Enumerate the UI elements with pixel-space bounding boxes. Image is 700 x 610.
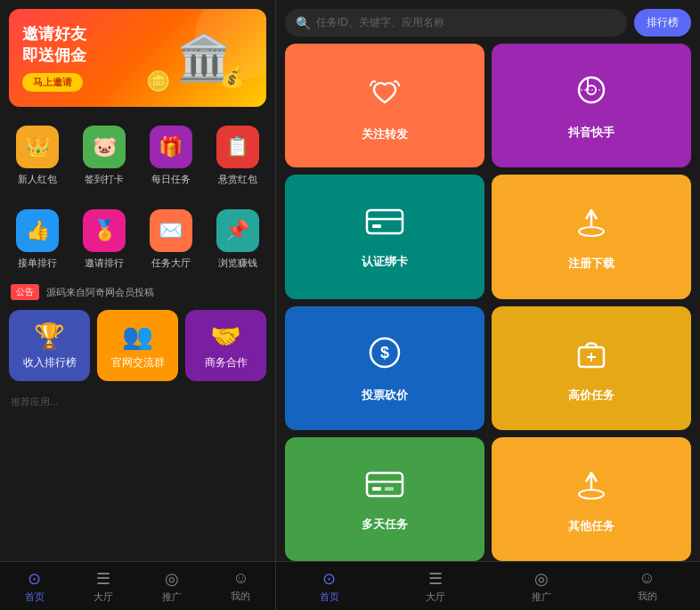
search-icon: 🔍 (296, 16, 311, 30)
cat-multiday[interactable]: 多天任务 (285, 437, 484, 561)
nav-mine-right[interactable]: ☺ 我的 (594, 565, 700, 607)
rank-button[interactable]: 排行榜 (634, 9, 691, 37)
svg-rect-15 (385, 487, 394, 491)
cat-follow[interactable]: 关注转发 (285, 44, 484, 167)
renwu-label: 任务大厅 (151, 256, 191, 270)
mine-icon-left: ☺ (232, 569, 248, 588)
meiri-icon-box: 🎁 (150, 126, 192, 168)
cat-register-label: 注册下载 (568, 256, 615, 272)
icon-grid-row1: 👑 新人红包 🐷 签到打卡 🎁 每日任务 📋 悬赏红包 (0, 114, 275, 198)
xuanshang-icon-box: 📋 (216, 126, 259, 168)
svg-rect-14 (372, 487, 381, 491)
icon-xuanshang[interactable]: 📋 悬赏红包 (204, 118, 271, 193)
cat-highpay[interactable]: 高价任务 (492, 306, 691, 430)
thumbsup-icon: 👍 (26, 219, 50, 242)
nav-promote-label-right: 推广 (532, 590, 551, 604)
notice-tag: 公告 (11, 284, 39, 300)
nav-mine-label-left: 我的 (231, 590, 250, 603)
hall-icon-right: ☰ (428, 569, 443, 589)
category-grid: 关注转发 抖音快手 认证绑卡 (276, 44, 700, 561)
bottom-nav-right: ⊙ 首页 ☰ 大厅 ◎ 推广 ☺ 我的 (276, 561, 700, 610)
vote-icon: $ (365, 333, 404, 380)
jiedan-label: 接单排行 (18, 256, 57, 270)
cat-auth[interactable]: 认证绑卡 (285, 175, 484, 298)
icon-liulan[interactable]: 📌 浏览赚钱 (204, 202, 271, 277)
yaoqing-icon-box: 🏅 (83, 209, 126, 252)
truncated-area: 推荐应用... (0, 388, 275, 415)
qiandao-label: 签到打卡 (85, 173, 124, 186)
register-icon (572, 201, 611, 248)
nav-home-right[interactable]: ⊙ 首页 (276, 565, 382, 608)
banner[interactable]: 邀请好友 即送佣金 马上邀请 🏛️ 🪙 💰 (9, 9, 266, 107)
svg-rect-3 (367, 210, 403, 233)
liulan-icon-box: 📌 (216, 209, 259, 252)
xinren-label: 新人红包 (18, 173, 57, 186)
icon-renwu[interactable]: ✉️ 任务大厅 (138, 202, 205, 277)
icon-qiandao[interactable]: 🐷 签到打卡 (71, 118, 138, 193)
nav-home-left[interactable]: ⊙ 首页 (0, 565, 69, 608)
liulan-label: 浏览赚钱 (218, 256, 257, 270)
nav-hall-right[interactable]: ☰ 大厅 (382, 565, 488, 608)
nav-promote-right[interactable]: ◎ 推广 (488, 565, 594, 608)
svg-rect-12 (367, 473, 403, 496)
cat-multiday-label: 多天任务 (362, 516, 408, 533)
bottom-nav-left: ⊙ 首页 ☰ 大厅 ◎ 推广 ☺ 我的 (0, 561, 275, 610)
cat-highpay-label: 高价任务 (568, 387, 615, 403)
cat-follow-label: 关注转发 (362, 126, 408, 142)
notice-bar: 公告 源码来自阿奇网会员投稿 (0, 281, 275, 303)
cat-other[interactable]: 其他任务 (492, 437, 691, 561)
icon-xinren[interactable]: 👑 新人红包 (4, 118, 71, 193)
hall-icon-left: ☰ (96, 569, 110, 589)
cat-vote-label: 投票砍价 (362, 387, 408, 403)
home-icon-right: ⊙ (322, 569, 336, 589)
btn-ranking[interactable]: 🏆 收入排行榜 (9, 310, 90, 381)
svg-point-16 (579, 490, 604, 499)
pin-icon: 📌 (225, 219, 249, 242)
crown-icon: 👑 (26, 135, 50, 159)
nav-hall-label-right: 大厅 (426, 590, 445, 604)
btn-group-label: 官网交流群 (111, 355, 165, 370)
xinren-icon-box: 👑 (16, 126, 59, 168)
btn-group[interactable]: 👥 官网交流群 (97, 310, 178, 381)
mine-icon-right: ☺ (639, 569, 655, 588)
btn-business-label: 商务合作 (205, 355, 248, 370)
banner-decoration: 🏛️ 🪙 💰 (151, 18, 257, 98)
icon-meiri[interactable]: 🎁 每日任务 (138, 118, 205, 193)
coin-icon-1: 🪙 (146, 70, 170, 94)
nav-mine-left[interactable]: ☺ 我的 (207, 565, 275, 607)
coin-icon-2: 💰 (220, 66, 244, 89)
xuanshang-label: 悬赏红包 (218, 173, 257, 186)
icon-yaoqing[interactable]: 🏅 邀请排行 (71, 202, 138, 277)
banner-title: 邀请好友 (22, 24, 86, 45)
gift-icon: 🎁 (159, 135, 183, 159)
svg-rect-5 (372, 224, 381, 228)
cat-douyin[interactable]: 抖音快手 (492, 44, 691, 167)
truncated-text: 推荐应用... (11, 395, 58, 409)
banner-button[interactable]: 马上邀请 (22, 73, 83, 92)
medal-icon: 🏅 (93, 219, 117, 242)
trophy-icon: 🏆 (34, 321, 65, 351)
jiedan-icon-box: 👍 (16, 209, 59, 252)
group-icon: 👥 (122, 321, 153, 351)
nav-promote-left[interactable]: ◎ 推广 (138, 565, 207, 608)
follow-icon (363, 69, 406, 119)
home-icon-left: ⊙ (28, 569, 41, 589)
banner-text: 邀请好友 即送佣金 马上邀请 (22, 24, 86, 92)
yaoqing-label: 邀请排行 (85, 256, 124, 270)
btn-business[interactable]: 🤝 商务合作 (185, 310, 266, 381)
cat-register[interactable]: 注册下载 (492, 175, 691, 298)
nav-hall-left[interactable]: ☰ 大厅 (69, 565, 137, 608)
icon-jiedan[interactable]: 👍 接单排行 (4, 202, 71, 277)
icon-grid-row2: 👍 接单排行 🏅 邀请排行 ✉️ 任务大厅 📌 浏览赚钱 (0, 198, 275, 281)
phone-left: 邀请好友 即送佣金 马上邀请 🏛️ 🪙 💰 👑 新人红包 🐷 签到打卡 🎁 (0, 0, 276, 610)
cat-auth-label: 认证绑卡 (362, 254, 408, 270)
qiandao-icon-box: 🐷 (83, 126, 126, 168)
other-icon (572, 464, 611, 511)
search-input-wrap[interactable]: 🔍 任务ID、关键字、应用名称 (285, 9, 627, 37)
notice-text: 源码来自阿奇网会员投稿 (46, 286, 154, 299)
cat-vote[interactable]: $ 投票砍价 (285, 306, 484, 430)
big-btn-row: 🏆 收入排行榜 👥 官网交流群 🤝 商务合作 (0, 303, 275, 388)
search-bar: 🔍 任务ID、关键字、应用名称 排行榜 (276, 0, 700, 44)
handshake-icon: 🤝 (210, 321, 241, 351)
nav-promote-label-left: 推广 (162, 590, 182, 604)
